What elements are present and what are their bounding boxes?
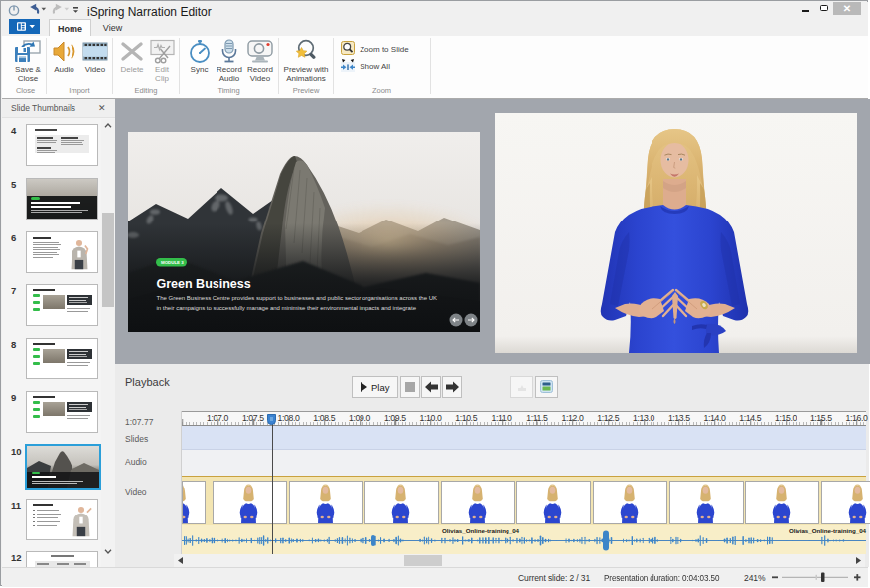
svg-text:The Green Business Centre prov: The Green Business Centre provides suppo… bbox=[157, 295, 437, 301]
svg-text:MODULE 3: MODULE 3 bbox=[161, 260, 184, 265]
svg-text:Green Business: Green Business bbox=[157, 277, 251, 291]
svg-text:in their campaigns to successf: in their campaigns to successfully manag… bbox=[157, 305, 417, 311]
svg-text:Play: Play bbox=[371, 382, 390, 393]
